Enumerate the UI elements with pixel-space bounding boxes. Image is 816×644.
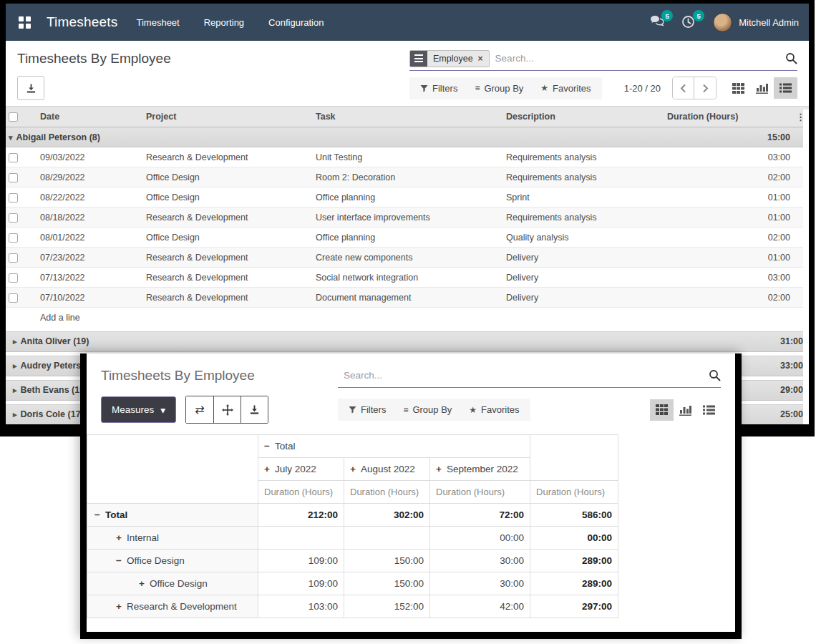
pivot-view-button[interactable]	[727, 77, 750, 99]
pivot-col-july[interactable]: +July 2022	[258, 458, 344, 481]
column-duration[interactable]: Duration (Hours)	[664, 107, 793, 127]
group-by-button[interactable]: ≡ Group By	[475, 83, 523, 94]
page-title: Timesheets By Employee	[101, 364, 338, 384]
pivot-row-total[interactable]: −Total 212:00 302:00 72:00 586:00	[87, 504, 618, 527]
pager-next-button[interactable]	[694, 77, 716, 99]
row-checkbox[interactable]	[9, 253, 18, 263]
user-menu[interactable]: Mitchell Admin	[713, 13, 799, 32]
messages-icon[interactable]: 5	[650, 15, 666, 29]
messages-badge: 5	[661, 10, 673, 21]
add-a-line-row[interactable]: Add a line	[6, 308, 809, 328]
group-by-button[interactable]: ≡ Group By	[403, 404, 452, 415]
pager-previous-button[interactable]	[673, 77, 694, 99]
search-icon[interactable]	[785, 52, 797, 64]
expand-icon[interactable]: +	[139, 578, 150, 589]
menu-reporting[interactable]: Reporting	[204, 17, 244, 28]
filters-button[interactable]: Filters	[349, 404, 386, 415]
row-checkbox[interactable]	[9, 213, 18, 223]
app-title[interactable]: Timesheets	[47, 14, 118, 30]
pivot-row-research-development[interactable]: +Research & Development 103:00 152:00 42…	[87, 595, 618, 618]
table-row[interactable]: 08/18/2022Research & DevelopmentUser int…	[6, 208, 809, 228]
facet-remove-icon[interactable]: ×	[478, 54, 483, 64]
scrollbar-gutter[interactable]	[803, 109, 809, 424]
measure-header[interactable]: Duration (Hours)	[530, 481, 618, 504]
search-bar[interactable]: Employee ×	[409, 48, 797, 71]
row-checkbox[interactable]	[9, 173, 18, 182]
pivot-col-september[interactable]: +September 2022	[430, 458, 530, 481]
measure-header[interactable]: Duration (Hours)	[258, 481, 344, 504]
pivot-col-august[interactable]: +August 2022	[344, 458, 430, 481]
search-input[interactable]	[338, 370, 709, 381]
select-all-checkbox[interactable]	[9, 112, 18, 122]
caret-right-icon: ▸	[13, 386, 17, 395]
table-row[interactable]: 08/01/2022Office DesignOffice planningQu…	[6, 228, 809, 248]
row-checkbox[interactable]	[9, 273, 18, 283]
pivot-row-office-design[interactable]: −Office Design 109:00 150:00 30:00 289:0…	[87, 550, 618, 572]
group-total: 25:00	[780, 409, 803, 419]
star-icon: ★	[540, 83, 548, 93]
expand-all-button[interactable]	[213, 396, 241, 423]
expand-icon[interactable]: +	[264, 464, 275, 474]
pivot-row-office-design-sub[interactable]: +Office Design 109:00 150:00 30:00 289:0…	[87, 572, 618, 595]
search-icon[interactable]	[709, 369, 721, 381]
row-checkbox[interactable]	[9, 233, 18, 243]
column-description[interactable]: Description	[503, 107, 664, 127]
table-row[interactable]: 09/03/2022Research & DevelopmentUnit Tes…	[6, 147, 809, 167]
export-button[interactable]	[17, 76, 44, 100]
list-view-button[interactable]	[774, 77, 797, 99]
pivot-window: Timesheets By Employee Measures ▾ ⇄	[80, 353, 742, 639]
control-panel: Timesheets By Employee Employee ×	[6, 41, 809, 106]
column-project[interactable]: Project	[143, 107, 313, 127]
swap-axes-icon: ⇄	[195, 403, 204, 416]
collapse-icon[interactable]: −	[264, 441, 275, 452]
graph-view-button[interactable]	[674, 399, 697, 421]
download-xlsx-button[interactable]	[241, 396, 268, 423]
filters-button[interactable]: Filters	[420, 83, 457, 94]
table-row[interactable]: 08/22/2022Office DesignOffice planningSp…	[6, 187, 809, 208]
search-facet[interactable]: Employee ×	[409, 50, 490, 67]
table-row[interactable]: 07/10/2022Research & DevelopmentDocument…	[6, 288, 809, 308]
expand-icon[interactable]: +	[350, 464, 361, 474]
bars-icon: ≡	[403, 405, 408, 415]
pivot-grand-total-header	[530, 435, 618, 481]
pivot-col-total-header[interactable]: −Total	[258, 435, 530, 458]
row-checkbox[interactable]	[9, 153, 18, 162]
activities-icon[interactable]: 5	[681, 15, 697, 29]
group-row-collapsed[interactable]: ▸ Anita Oliver (19) 31:00	[6, 331, 809, 352]
measures-button[interactable]: Measures ▾	[101, 396, 176, 423]
collapse-icon[interactable]: −	[116, 555, 127, 566]
bars-icon: ≡	[475, 83, 480, 93]
measure-header[interactable]: Duration (Hours)	[344, 481, 430, 504]
row-checkbox[interactable]	[9, 193, 18, 203]
column-task[interactable]: Task	[313, 107, 503, 127]
collapse-icon[interactable]: −	[94, 509, 105, 520]
menu-timesheet[interactable]: Timesheet	[137, 17, 180, 28]
timesheet-table: Date Project Task Description Duration (…	[6, 106, 809, 328]
flip-axis-button[interactable]: ⇄	[186, 396, 213, 423]
pivot-view-button[interactable]	[650, 399, 674, 421]
search-bar[interactable]	[338, 364, 721, 388]
table-row[interactable]: 07/13/2022Research & DevelopmentSocial n…	[6, 268, 809, 288]
group-label: Audrey Peterso	[21, 361, 87, 371]
group-total: 31:00	[780, 336, 803, 346]
apps-menu-icon[interactable]	[19, 16, 31, 29]
caret-down-icon: ▾	[9, 133, 13, 142]
expand-icon[interactable]: +	[436, 464, 447, 474]
graph-view-button[interactable]	[750, 77, 774, 99]
measure-header[interactable]: Duration (Hours)	[430, 481, 530, 504]
expand-icon[interactable]: +	[116, 601, 127, 612]
pivot-row-internal[interactable]: +Internal 00:00 00:00	[87, 527, 618, 550]
expand-icon[interactable]: +	[116, 532, 127, 543]
favorites-button[interactable]: ★ Favorites	[540, 83, 591, 94]
favorites-button[interactable]: ★ Favorites	[469, 404, 519, 415]
search-input[interactable]	[490, 53, 785, 64]
caret-right-icon: ▸	[13, 337, 17, 346]
menu-configuration[interactable]: Configuration	[268, 17, 324, 28]
group-row-open[interactable]: ▾Abigail Peterson (8) 15:00	[6, 127, 809, 147]
table-header-row: Date Project Task Description Duration (…	[6, 107, 809, 127]
table-row[interactable]: 07/23/2022Research & DevelopmentCreate n…	[6, 248, 809, 268]
list-view-button[interactable]	[697, 399, 721, 421]
column-date[interactable]: Date	[37, 107, 143, 127]
row-checkbox[interactable]	[9, 293, 18, 303]
table-row[interactable]: 08/29/2022Office DesignRoom 2: Decoratio…	[6, 167, 809, 187]
